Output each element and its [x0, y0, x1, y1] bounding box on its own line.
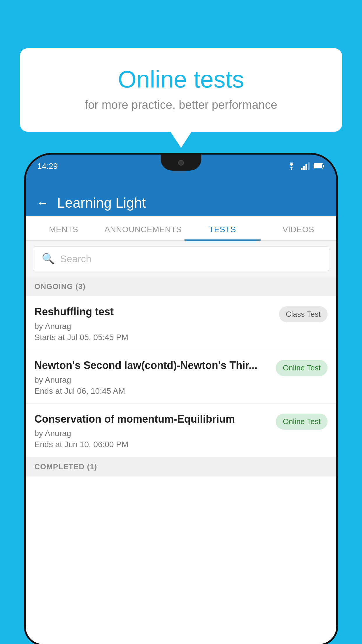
svg-rect-2: [305, 164, 307, 170]
test-info-1: Reshuffling test by Anurag Starts at Jul…: [34, 305, 273, 342]
test-by-1: by Anurag: [34, 322, 273, 331]
search-icon: 🔍: [42, 253, 55, 265]
tab-announcements[interactable]: ANNOUNCEMENTS: [101, 216, 184, 240]
phone-frame: 14:29: [26, 155, 336, 644]
test-name-2: Newton's Second law(contd)-Newton's Thir…: [34, 359, 270, 372]
camera-dot: [178, 160, 184, 166]
tab-videos[interactable]: VIDEOS: [261, 216, 336, 240]
status-time: 14:29: [37, 162, 58, 171]
test-time-1: Starts at Jul 05, 05:45 PM: [34, 333, 273, 342]
test-by-2: by Anurag: [34, 375, 270, 385]
app-header: ← Learning Light: [26, 190, 336, 216]
test-info-3: Conservation of momentum-Equilibrium by …: [34, 412, 270, 449]
tab-tests[interactable]: TESTS: [184, 216, 260, 240]
test-time-3: Ends at Jun 10, 06:00 PM: [34, 440, 270, 449]
test-badge-2: Online Test: [276, 360, 328, 376]
test-item-3[interactable]: Conservation of momentum-Equilibrium by …: [26, 404, 336, 457]
svg-rect-1: [303, 166, 305, 170]
test-badge-1: Class Test: [279, 306, 328, 322]
search-bar[interactable]: 🔍 Search: [33, 246, 329, 271]
svg-rect-3: [308, 162, 310, 170]
phone-top: 14:29: [26, 155, 336, 190]
tab-ments[interactable]: MENTS: [26, 216, 101, 240]
bubble-subtitle: for more practice, better performance: [43, 98, 319, 111]
tab-bar: MENTS ANNOUNCEMENTS TESTS VIDEOS: [26, 216, 336, 241]
svg-rect-5: [323, 165, 324, 167]
signal-icon: [301, 162, 310, 170]
bubble-title: Online tests: [43, 66, 319, 93]
test-info-2: Newton's Second law(contd)-Newton's Thir…: [34, 359, 270, 396]
test-item-1[interactable]: Reshuffling test by Anurag Starts at Jul…: [26, 296, 336, 350]
search-placeholder: Search: [60, 253, 92, 265]
wifi-icon: [286, 162, 297, 170]
completed-section-header: COMPLETED (1): [26, 457, 336, 477]
ongoing-section-header: ONGOING (3): [26, 277, 336, 296]
test-item-2[interactable]: Newton's Second law(contd)-Newton's Thir…: [26, 350, 336, 404]
speech-bubble: Online tests for more practice, better p…: [20, 48, 342, 132]
svg-rect-6: [314, 164, 322, 168]
test-badge-3: Online Test: [276, 414, 328, 430]
phone-screen: ← Learning Light MENTS ANNOUNCEMENTS TES…: [26, 190, 336, 644]
status-icons: [286, 162, 325, 170]
test-by-3: by Anurag: [34, 429, 270, 438]
promo-bubble: Online tests for more practice, better p…: [20, 48, 342, 132]
test-name-1: Reshuffling test: [34, 305, 273, 319]
app-title: Learning Light: [57, 195, 146, 211]
back-button[interactable]: ←: [36, 197, 48, 209]
svg-rect-0: [301, 168, 303, 170]
battery-icon: [314, 163, 325, 169]
search-container: 🔍 Search: [26, 241, 336, 277]
test-time-2: Ends at Jul 06, 10:45 AM: [34, 386, 270, 396]
phone-notch: [161, 155, 201, 171]
test-name-3: Conservation of momentum-Equilibrium: [34, 412, 270, 426]
